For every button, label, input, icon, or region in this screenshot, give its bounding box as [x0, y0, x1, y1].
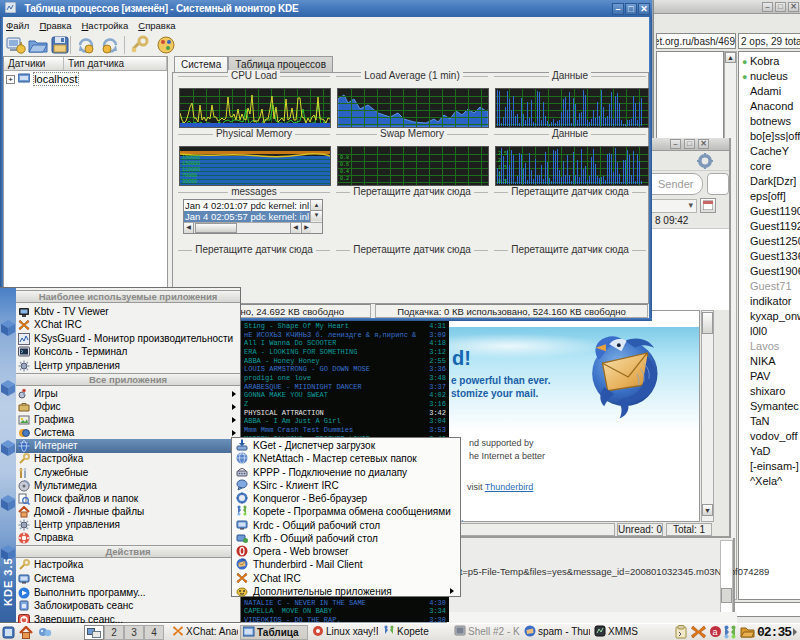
svg-text:1.5: 1.5 [498, 165, 507, 171]
svg-text:0.4: 0.4 [340, 169, 349, 175]
svg-text:2: 2 [498, 158, 501, 164]
svg-text:0.2: 0.2 [340, 176, 349, 182]
svg-text:2.5: 2.5 [498, 151, 507, 157]
svg-text:30000: 30000 [182, 179, 197, 185]
svg-text:a: a [713, 627, 718, 637]
svg-text:1: 1 [498, 172, 501, 178]
svg-text:0.6: 0.6 [340, 162, 349, 168]
svg-text:0.5: 0.5 [498, 179, 507, 185]
svg-text:0.8: 0.8 [340, 155, 349, 161]
